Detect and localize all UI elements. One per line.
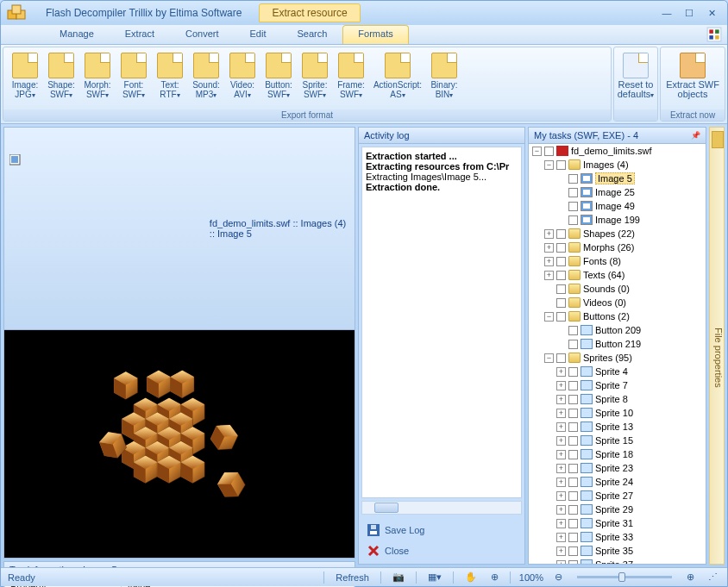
- expand-icon[interactable]: +: [544, 257, 554, 266]
- checkbox[interactable]: [556, 284, 566, 294]
- menu-extract[interactable]: Extract: [110, 25, 170, 44]
- format-text-button[interactable]: Text:RTF▾: [152, 49, 188, 103]
- expand-icon[interactable]: −: [544, 160, 554, 170]
- tree-item[interactable]: Image 49: [529, 199, 706, 213]
- zoom-in-button[interactable]: ⊕: [684, 571, 697, 583]
- format-sprite-button[interactable]: Sprite:SWF▾: [297, 49, 333, 103]
- checkbox[interactable]: [568, 478, 578, 487]
- checkbox[interactable]: [568, 422, 578, 432]
- context-tab[interactable]: Extract resource: [259, 3, 360, 22]
- checkbox[interactable]: [568, 381, 578, 390]
- checkbox[interactable]: [568, 533, 578, 542]
- checkbox[interactable]: [556, 271, 566, 280]
- tree-item[interactable]: Image 5: [529, 172, 706, 185]
- tree-item[interactable]: +Sprite 23: [529, 461, 706, 475]
- tree-item[interactable]: +Shapes (22): [529, 227, 706, 240]
- checkbox[interactable]: [556, 257, 566, 266]
- expand-icon[interactable]: +: [556, 519, 566, 528]
- tree-item[interactable]: Videos (0): [529, 296, 706, 309]
- checkbox[interactable]: [568, 409, 578, 418]
- checkbox[interactable]: [556, 160, 566, 170]
- target-icon[interactable]: ⊕: [488, 571, 501, 583]
- checkbox[interactable]: [568, 464, 578, 473]
- tree-item[interactable]: +Sprite 8: [529, 392, 706, 406]
- menu-manage[interactable]: Manage: [44, 25, 110, 44]
- tree-item[interactable]: Button 209: [529, 323, 706, 337]
- tree-item[interactable]: +Sprite 35: [529, 544, 706, 558]
- format-image-button[interactable]: Image:JPG▾: [7, 49, 43, 103]
- expand-icon[interactable]: +: [556, 450, 566, 459]
- tree-item[interactable]: Image 199: [529, 213, 706, 227]
- format-frame-button[interactable]: Frame:SWF▾: [333, 49, 369, 103]
- menu-convert[interactable]: Convert: [170, 25, 235, 44]
- maximize-button[interactable]: ☐: [679, 5, 700, 21]
- tree-item[interactable]: +Texts (64): [529, 268, 706, 282]
- expand-icon[interactable]: +: [556, 533, 566, 542]
- checkbox[interactable]: [568, 505, 578, 515]
- checkbox[interactable]: [568, 450, 578, 459]
- tree-item[interactable]: +Sprite 4: [529, 365, 706, 378]
- extract-swf-button[interactable]: Extract SWFobjects: [664, 49, 721, 103]
- checkbox[interactable]: [568, 215, 578, 225]
- menu-formats[interactable]: Formats: [342, 25, 408, 44]
- refresh-button[interactable]: Refresh: [333, 572, 372, 583]
- tree-item[interactable]: +Sprite 27: [529, 489, 706, 503]
- format-button-button[interactable]: Button:SWF▾: [260, 49, 297, 103]
- checkbox[interactable]: [568, 395, 578, 404]
- checkbox[interactable]: [568, 202, 578, 211]
- expand-icon[interactable]: +: [556, 464, 566, 473]
- tree-item[interactable]: +Sprite 37: [529, 558, 706, 564]
- tree-item[interactable]: +Sprite 13: [529, 420, 706, 434]
- expand-icon[interactable]: +: [556, 546, 566, 556]
- menu-search[interactable]: Search: [282, 25, 343, 44]
- tree-item[interactable]: +Sprite 18: [529, 447, 706, 461]
- hand-icon[interactable]: ✋: [462, 571, 480, 583]
- zoom-out-button[interactable]: ⊖: [552, 571, 565, 583]
- reset-defaults-button[interactable]: Reset todefaults▾: [618, 49, 654, 103]
- format-morph-button[interactable]: Morph:SWF▾: [79, 49, 116, 103]
- pin-icon[interactable]: 📌: [691, 131, 700, 140]
- expand-icon[interactable]: −: [544, 353, 554, 363]
- checkbox[interactable]: [568, 436, 578, 446]
- checkbox[interactable]: [556, 243, 566, 253]
- activity-hscroll[interactable]: [361, 501, 522, 515]
- expand-icon[interactable]: +: [556, 560, 566, 565]
- tree-item[interactable]: +Sprite 29: [529, 503, 706, 516]
- tree-item[interactable]: +Sprite 7: [529, 378, 706, 392]
- checkbox[interactable]: [556, 312, 566, 322]
- file-properties-tab[interactable]: File properties: [709, 127, 725, 565]
- expand-icon[interactable]: +: [556, 436, 566, 446]
- menu-edit[interactable]: Edit: [235, 25, 282, 44]
- tasks-tree[interactable]: −fd_demo_limits.swf−Images (4)Image 5Ima…: [529, 144, 706, 564]
- tree-item[interactable]: +Fonts (8): [529, 254, 706, 268]
- checkbox[interactable]: [556, 229, 566, 239]
- checkbox[interactable]: [568, 367, 578, 377]
- expand-icon[interactable]: +: [556, 491, 566, 501]
- checkbox[interactable]: [568, 174, 578, 184]
- expand-icon[interactable]: +: [556, 381, 566, 390]
- expand-icon[interactable]: +: [556, 422, 566, 432]
- tree-root[interactable]: −fd_demo_limits.swf: [529, 144, 706, 158]
- checkbox[interactable]: [556, 353, 566, 363]
- checkbox[interactable]: [568, 326, 578, 335]
- expand-icon[interactable]: −: [544, 312, 554, 322]
- format-binary-button[interactable]: Binary:BIN▾: [426, 49, 462, 103]
- checkbox[interactable]: [568, 519, 578, 528]
- checkbox[interactable]: [568, 188, 578, 197]
- options-icon[interactable]: [706, 27, 722, 42]
- close-button[interactable]: ✕: [701, 5, 722, 21]
- checkbox[interactable]: [568, 546, 578, 556]
- format-shape-button[interactable]: Shape:SWF▾: [43, 49, 79, 103]
- tree-item[interactable]: +Morphs (26): [529, 240, 706, 254]
- tree-item[interactable]: +Sprite 33: [529, 530, 706, 544]
- zoom-slider[interactable]: [577, 576, 672, 578]
- checkbox[interactable]: [544, 147, 554, 156]
- format-sound-button[interactable]: Sound:MP3▾: [188, 49, 224, 103]
- expand-icon[interactable]: +: [556, 409, 566, 418]
- camera-icon[interactable]: 📷: [390, 571, 407, 583]
- format-video-button[interactable]: Video:AVI▾: [224, 49, 260, 103]
- tree-item[interactable]: Sounds (0): [529, 282, 706, 296]
- resize-grip-icon[interactable]: ⋰: [706, 571, 720, 583]
- checkbox[interactable]: [568, 560, 578, 565]
- tree-item[interactable]: +Sprite 10: [529, 406, 706, 420]
